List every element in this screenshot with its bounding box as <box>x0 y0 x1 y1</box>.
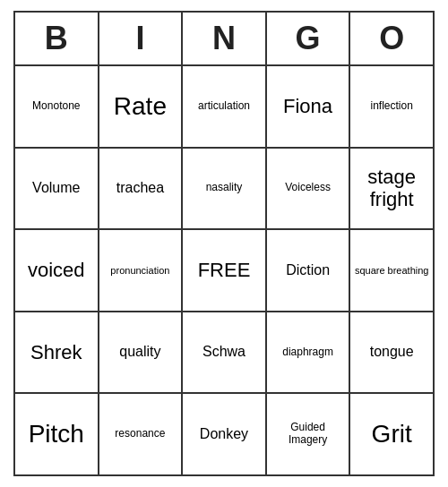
bingo-cell-0-3: Fiona <box>267 66 351 147</box>
cell-text-0-3: Fiona <box>283 95 332 117</box>
cell-text-2-4: square breathing <box>355 265 429 277</box>
bingo-cell-1-0: Volume <box>15 149 99 229</box>
bingo-cell-1-2: nasality <box>183 149 267 229</box>
header-letter-b: B <box>15 13 99 64</box>
cell-text-0-1: Rate <box>114 92 167 121</box>
cell-text-1-0: Volume <box>32 180 80 196</box>
bingo-cell-2-4: square breathing <box>350 230 433 311</box>
header-letter-g: G <box>267 13 351 64</box>
cell-text-4-4: Grit <box>372 420 412 449</box>
cell-text-4-1: resonance <box>115 428 165 440</box>
bingo-cell-2-2: FREE <box>183 230 267 311</box>
bingo-cell-0-4: inflection <box>350 66 433 147</box>
bingo-cell-0-1: Rate <box>99 66 184 147</box>
bingo-cell-1-4: stage fright <box>350 149 433 229</box>
bingo-cell-0-2: articulation <box>183 66 267 147</box>
bingo-cell-1-3: Voiceless <box>267 149 351 229</box>
cell-text-3-4: tongue <box>370 344 414 360</box>
bingo-grid: MonotoneRatearticulationFionainflectionV… <box>15 66 433 474</box>
bingo-cell-4-4: Grit <box>350 394 433 474</box>
header-letter-i: I <box>99 13 184 64</box>
cell-text-1-2: nasality <box>206 182 243 194</box>
cell-text-0-2: articulation <box>198 100 250 113</box>
cell-text-4-0: Pitch <box>29 420 84 449</box>
bingo-cell-4-1: resonance <box>99 394 184 474</box>
cell-text-2-0: voiced <box>28 259 85 281</box>
bingo-cell-2-0: voiced <box>15 230 99 311</box>
cell-text-2-1: pronunciation <box>110 265 169 277</box>
bingo-cell-3-4: tongue <box>350 312 433 393</box>
cell-text-1-1: trachea <box>116 180 164 196</box>
bingo-cell-4-0: Pitch <box>15 394 99 474</box>
cell-text-0-4: inflection <box>370 100 412 113</box>
cell-text-3-1: quality <box>119 344 160 360</box>
bingo-cell-4-2: Donkey <box>183 394 267 474</box>
cell-text-1-3: Voiceless <box>285 182 331 194</box>
bingo-cell-4-3: Guided Imagery <box>267 394 351 474</box>
cell-text-0-0: Monotone <box>32 100 80 113</box>
cell-text-2-2: FREE <box>198 259 251 281</box>
bingo-row-4: PitchresonanceDonkeyGuided ImageryGrit <box>15 394 433 474</box>
bingo-row-1: VolumetracheanasalityVoicelessstage frig… <box>15 149 433 231</box>
bingo-row-0: MonotoneRatearticulationFionainflection <box>15 66 433 149</box>
header-letter-o: O <box>350 13 433 64</box>
cell-text-3-3: diaphragm <box>282 346 333 359</box>
cell-text-4-3: Guided Imagery <box>271 422 346 447</box>
bingo-cell-3-1: quality <box>99 312 184 393</box>
cell-text-3-2: Schwa <box>202 344 246 360</box>
bingo-cell-2-1: pronunciation <box>99 230 184 311</box>
bingo-row-3: ShrekqualitySchwadiaphragmtongue <box>15 312 433 395</box>
bingo-card: BINGO MonotoneRatearticulationFionainfle… <box>13 11 435 476</box>
header-letter-n: N <box>183 13 267 64</box>
bingo-cell-0-0: Monotone <box>15 66 99 147</box>
bingo-cell-1-1: trachea <box>99 149 184 229</box>
cell-text-1-4: stage fright <box>354 166 429 211</box>
bingo-cell-3-2: Schwa <box>183 312 267 393</box>
bingo-cell-3-3: diaphragm <box>267 312 351 393</box>
bingo-cell-3-0: Shrek <box>15 312 99 393</box>
bingo-cell-2-3: Diction <box>267 230 351 311</box>
cell-text-4-2: Donkey <box>200 426 248 442</box>
cell-text-2-3: Diction <box>286 262 330 278</box>
cell-text-3-0: Shrek <box>30 341 82 363</box>
bingo-header: BINGO <box>15 13 433 66</box>
bingo-row-2: voicedpronunciationFREEDictionsquare bre… <box>15 230 433 312</box>
